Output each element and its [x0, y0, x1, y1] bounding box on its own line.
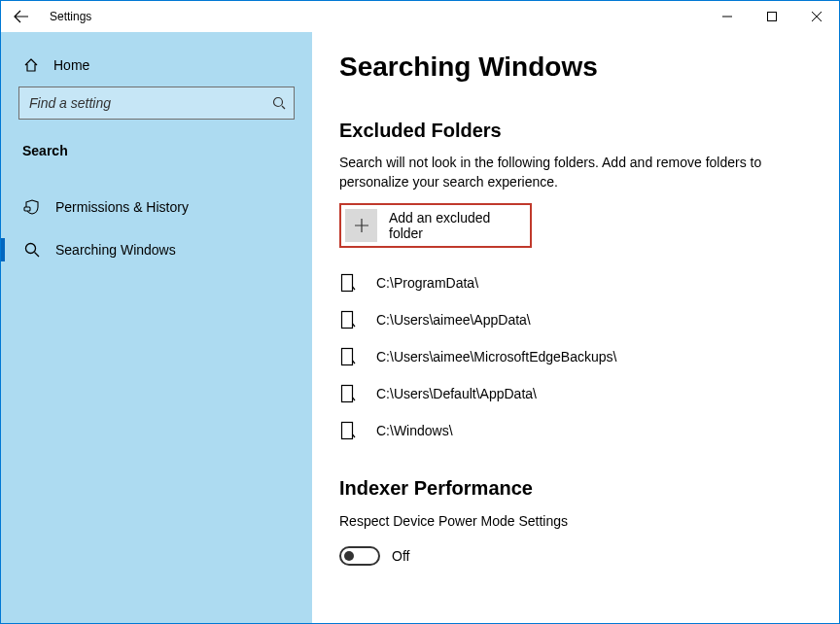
- excluded-folder-item[interactable]: C:\Users\aimee\AppData\: [339, 310, 812, 329]
- excluded-folder-path: C:\Users\aimee\AppData\: [376, 312, 531, 328]
- excluded-folder-path: C:\Users\Default\AppData\: [376, 386, 537, 401]
- sidebar-item-permissions-history[interactable]: Permissions & History: [1, 186, 312, 228]
- performance-heading: Indexer Performance: [339, 477, 812, 500]
- excluded-folder-item[interactable]: C:\Windows\: [339, 421, 812, 440]
- excluded-folder-item[interactable]: C:\ProgramData\: [339, 273, 812, 293]
- folder-icon: [339, 273, 357, 293]
- content-area: Searching Windows Excluded Folders Searc…: [312, 32, 839, 623]
- plus-icon: [345, 209, 377, 242]
- maximize-icon: [767, 12, 777, 21]
- excluded-folder-path: C:\Users\aimee\MicrosoftEdgeBackups\: [376, 349, 616, 364]
- nav-list: Permissions & History Searching Windows: [1, 186, 312, 271]
- maximize-button[interactable]: [750, 1, 794, 32]
- search-input[interactable]: [27, 94, 272, 112]
- power-mode-toggle-state: Off: [392, 548, 409, 564]
- svg-point-1: [274, 98, 283, 107]
- sidebar-item-label: Permissions & History: [55, 199, 189, 215]
- add-excluded-folder-button[interactable]: Add an excluded folder: [339, 203, 532, 248]
- search-box[interactable]: [18, 87, 295, 120]
- shield-icon: [22, 198, 42, 216]
- layout: Home Search Permissions & History: [1, 32, 839, 623]
- excluded-folder-list: C:\ProgramData\ C:\Users\aimee\AppData\ …: [339, 273, 812, 440]
- close-button[interactable]: [794, 1, 839, 32]
- settings-window: Settings Home: [0, 0, 840, 624]
- svg-point-3: [26, 244, 36, 254]
- window-title: Settings: [50, 10, 91, 23]
- home-icon: [22, 57, 40, 73]
- sidebar-item-searching-windows[interactable]: Searching Windows: [1, 228, 312, 271]
- excluded-folder-item[interactable]: C:\Users\Default\AppData\: [339, 384, 812, 403]
- toggle-knob-icon: [344, 551, 354, 561]
- sidebar-item-label: Searching Windows: [55, 242, 176, 258]
- title-bar: Settings: [1, 1, 839, 32]
- nav-home-label: Home: [53, 57, 89, 73]
- back-arrow-icon: [14, 9, 29, 24]
- search-icon: [272, 96, 286, 110]
- minimize-icon: [722, 12, 732, 21]
- folder-icon: [339, 384, 357, 403]
- folder-icon: [339, 310, 357, 329]
- svg-rect-4: [342, 275, 353, 292]
- search-icon: [22, 241, 42, 259]
- close-icon: [812, 12, 822, 21]
- svg-rect-0: [768, 13, 777, 21]
- folder-icon: [339, 421, 357, 440]
- svg-rect-5: [342, 312, 353, 329]
- window-controls: [705, 1, 839, 32]
- svg-rect-7: [342, 386, 353, 402]
- sidebar: Home Search Permissions & History: [1, 32, 312, 623]
- excluded-folder-path: C:\Windows\: [376, 423, 453, 438]
- performance-sub: Respect Device Power Mode Settings: [339, 513, 812, 529]
- power-mode-toggle-row: Off: [339, 546, 812, 566]
- excluded-folder-path: C:\ProgramData\: [376, 275, 478, 291]
- add-excluded-folder-label: Add an excluded folder: [389, 210, 524, 241]
- excluded-folder-item[interactable]: C:\Users\aimee\MicrosoftEdgeBackups\: [339, 347, 812, 366]
- svg-rect-2: [24, 207, 30, 211]
- excluded-description: Search will not look in the following fo…: [339, 154, 787, 191]
- power-mode-toggle[interactable]: [339, 546, 380, 566]
- excluded-heading: Excluded Folders: [339, 120, 812, 142]
- folder-icon: [339, 347, 357, 366]
- minimize-button[interactable]: [705, 1, 750, 32]
- back-button[interactable]: [1, 1, 42, 32]
- svg-rect-6: [342, 349, 353, 365]
- sidebar-section-label: Search: [1, 120, 312, 168]
- page-title: Searching Windows: [339, 52, 812, 83]
- nav-home[interactable]: Home: [18, 48, 295, 87]
- svg-rect-8: [342, 423, 353, 439]
